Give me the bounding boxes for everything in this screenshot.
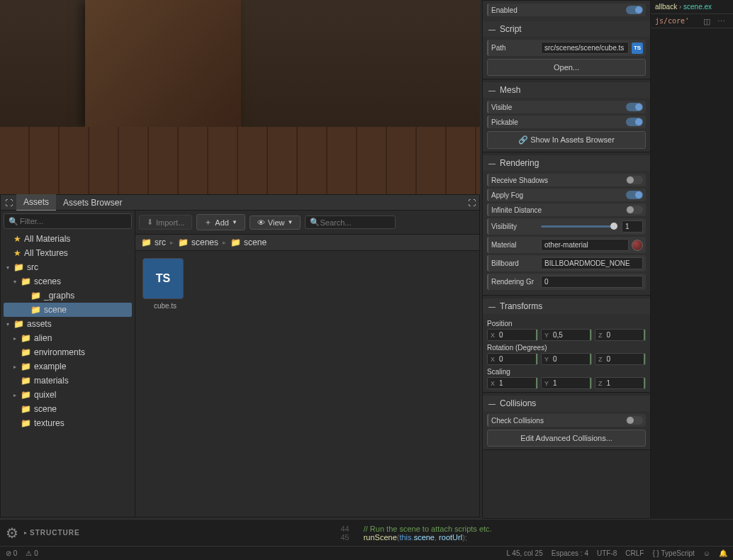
link-icon: 🔗	[518, 135, 528, 144]
import-button[interactable]: ⬇Import...	[139, 215, 192, 230]
pos-z-input[interactable]	[605, 330, 646, 340]
visibility-input[interactable]	[622, 220, 643, 233]
pos-y-input[interactable]	[552, 330, 591, 340]
split-icon[interactable]: ◫	[703, 17, 713, 27]
label: All Textures	[24, 248, 68, 258]
tree-src[interactable]: ▾📁src	[4, 260, 132, 274]
show-assets-button[interactable]: 🔗 Show In Assets Browser	[487, 131, 646, 149]
search-input[interactable]	[320, 218, 391, 227]
chevron-down-icon: ▼	[288, 219, 293, 225]
crumb-scenes[interactable]: 📁scenes	[178, 237, 218, 247]
tree-quixel[interactable]: ▸📁quixel	[4, 388, 132, 402]
structure-label[interactable]: STRUCTURE	[30, 529, 80, 537]
rot-z-field[interactable]: Z	[595, 353, 646, 365]
tree-scenes[interactable]: ▾📁scenes	[4, 274, 132, 289]
rot-x-input[interactable]	[498, 354, 537, 364]
label: quixel	[34, 390, 56, 400]
section-script[interactable]: —Script	[483, 21, 650, 37]
rot-y-field[interactable]: Y	[541, 353, 592, 365]
rot-z-input[interactable]	[605, 354, 646, 364]
language-mode[interactable]: { } TypeScript	[652, 549, 694, 557]
toggle-visible[interactable]	[626, 103, 643, 111]
tab-assets-browser[interactable]: Assets Browser	[56, 195, 129, 211]
asset-cube-ts[interactable]: TS cube.ts	[142, 258, 188, 310]
scale-z-field[interactable]: Z	[595, 377, 646, 389]
toggle-collisions[interactable]	[626, 416, 643, 425]
rot-y-input[interactable]	[552, 354, 591, 364]
scale-y-field[interactable]: Y	[541, 377, 592, 389]
tree-assets[interactable]: ▾📁assets	[4, 317, 132, 331]
section-mesh[interactable]: —Mesh	[483, 82, 650, 98]
tree-example[interactable]: ▸📁example	[4, 359, 132, 374]
scale-y-input[interactable]	[552, 378, 591, 388]
billboard-select[interactable]	[541, 257, 643, 269]
more-icon[interactable]: ⋯	[717, 17, 727, 27]
visibility-slider[interactable]	[541, 225, 617, 228]
label: environments	[34, 347, 85, 357]
feedback-icon[interactable]: ☺	[703, 549, 710, 557]
minimap[interactable]	[688, 28, 730, 99]
view-button[interactable]: 👁View▼	[250, 215, 301, 230]
scale-x-input[interactable]	[498, 378, 537, 388]
tree-all-materials[interactable]: ★All Materials	[4, 232, 132, 246]
crumb-scene[interactable]: 📁scene	[230, 237, 267, 247]
bell-icon[interactable]: 🔔	[719, 549, 727, 557]
add-button[interactable]: ＋Add▼	[196, 214, 245, 230]
panel-expand-icon[interactable]: ⛶	[464, 195, 479, 211]
assets-grid[interactable]: TS cube.ts	[135, 251, 479, 317]
tree-scene2[interactable]: 📁scene	[4, 402, 132, 416]
section-collisions[interactable]: —Collisions	[483, 396, 650, 411]
pos-x-field[interactable]: X	[487, 329, 538, 341]
viewport-3d[interactable]	[0, 0, 480, 194]
code-editor[interactable]: ◫ ⋯ allback › scene.ex js/core'	[651, 0, 733, 519]
expand-icon[interactable]: ⛶	[1, 195, 16, 211]
path-input[interactable]	[541, 42, 629, 54]
open-button[interactable]: Open...	[487, 59, 646, 76]
tree-graphs[interactable]: 📁_graphs	[4, 289, 132, 303]
section-rendering[interactable]: —Rendering	[483, 155, 650, 171]
rendering-group-input[interactable]	[541, 276, 643, 288]
search-box[interactable]: 🔍	[305, 215, 396, 229]
toggle-pickable[interactable]	[626, 118, 643, 126]
label: Apply Fog	[491, 191, 569, 199]
cursor-position[interactable]: L 45, col 25	[506, 549, 542, 557]
pos-z-field[interactable]: Z	[595, 329, 646, 341]
warnings-count[interactable]: ⚠ 0	[26, 549, 38, 557]
scale-x-field[interactable]: X	[487, 377, 538, 389]
scale-z-input[interactable]	[605, 378, 646, 388]
label: Path	[491, 44, 541, 52]
material-swatch-icon[interactable]	[632, 240, 643, 251]
pos-y-field[interactable]: Y	[541, 329, 592, 341]
code-breadcrumb[interactable]: allback › scene.ex	[651, 0, 733, 14]
indent-setting[interactable]: Espaces : 4	[552, 549, 588, 557]
material-input[interactable]	[541, 239, 629, 251]
gear-icon[interactable]: ⚙	[0, 525, 24, 542]
section-transforms[interactable]: —Transforms	[483, 298, 650, 314]
toggle-fog[interactable]	[626, 191, 643, 199]
label: scenes	[191, 237, 218, 247]
label: Rendering Gr	[491, 278, 541, 286]
tree-materials[interactable]: 📁materials	[4, 374, 132, 388]
rot-x-field[interactable]: X	[487, 353, 538, 365]
filter-box[interactable]: 🔍	[4, 213, 132, 229]
toggle-enabled[interactable]	[626, 6, 643, 14]
toggle-infinite[interactable]	[626, 206, 643, 214]
filter-input[interactable]	[18, 215, 127, 227]
eol[interactable]: CRLF	[625, 549, 644, 557]
tree-environments[interactable]: 📁environments	[4, 345, 132, 359]
inspector-panel: Enabled —Script Path TS Open... —Mesh Vi…	[482, 0, 651, 519]
toggle-shadows[interactable]	[626, 176, 643, 184]
tree-all-textures[interactable]: ★All Textures	[4, 246, 132, 260]
encoding[interactable]: UTF-8	[597, 549, 617, 557]
folder-icon: 📁	[141, 237, 152, 247]
errors-count[interactable]: ⊘ 0	[6, 549, 17, 557]
code-text[interactable]: runScene(this.scene, rootUrl);	[364, 533, 467, 542]
tree-scene[interactable]: 📁scene	[4, 303, 132, 317]
pos-x-input[interactable]	[498, 330, 537, 340]
edit-collisions-button[interactable]: Edit Advanced Collisions...	[487, 430, 646, 447]
tree-alien[interactable]: ▸📁alien	[4, 331, 132, 345]
crumb-src[interactable]: 📁src	[141, 237, 166, 247]
tab-assets[interactable]: Assets	[16, 194, 56, 211]
label: Transforms	[500, 301, 542, 311]
tree-textures[interactable]: 📁textures	[4, 416, 132, 430]
